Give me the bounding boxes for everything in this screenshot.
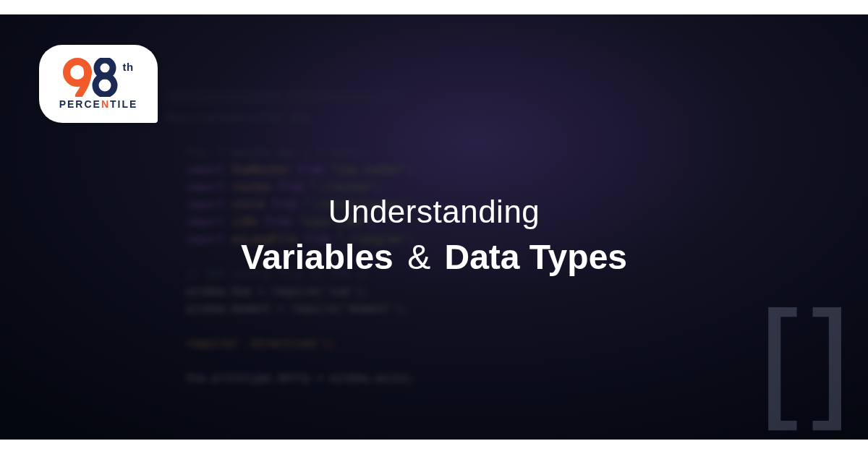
title-line-2: Variables & Data Types xyxy=(0,237,868,277)
brand-logo: th PERCENTILE xyxy=(39,45,158,123)
logo-th-text: th xyxy=(122,61,133,73)
banner-frame: RegisterController.php You, 7 months ago… xyxy=(0,0,868,454)
hero-background: RegisterController.php You, 7 months ago… xyxy=(0,14,868,440)
svg-point-2 xyxy=(95,76,114,95)
brackets-icon: [] xyxy=(737,296,842,434)
title-bold-datatypes: Data Types xyxy=(444,238,627,276)
logo-wordmark: PERCENTILE xyxy=(59,98,138,110)
title-bold-variables: Variables xyxy=(241,238,393,276)
title-block: Understanding Variables & Data Types xyxy=(0,194,868,277)
title-line-1: Understanding xyxy=(0,194,868,230)
logo-98-icon xyxy=(63,58,119,97)
title-ampersand: & xyxy=(407,238,430,276)
